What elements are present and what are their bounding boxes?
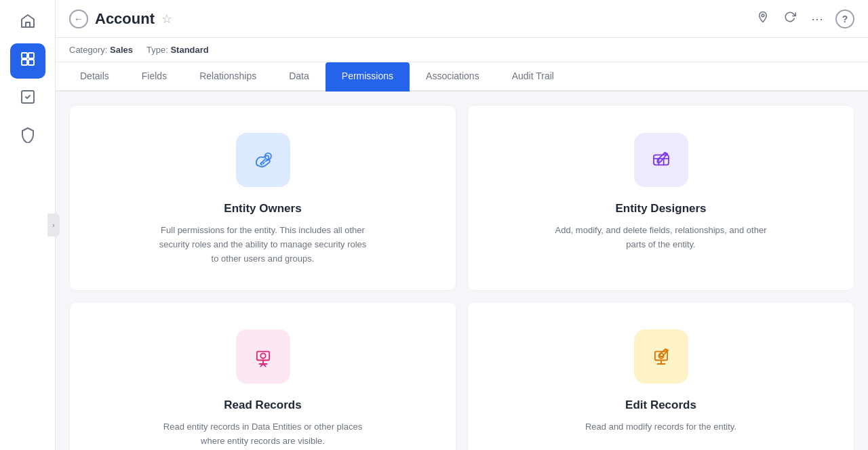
sidebar-item-entities[interactable] xyxy=(10,43,45,79)
sidebar-collapse-button[interactable]: › xyxy=(47,213,60,237)
grid-icon xyxy=(20,51,36,71)
location-icon[interactable] xyxy=(754,8,772,29)
type-label: Type: xyxy=(146,45,168,55)
header-right: ⋯ ? xyxy=(754,8,854,29)
main-content: ← Account ☆ ⋯ ? xyxy=(56,0,868,450)
tab-relationships[interactable]: Relationships xyxy=(183,62,273,91)
entity-owners-card[interactable]: Entity Owners Full permissions for the e… xyxy=(69,105,456,291)
sidebar-item-security[interactable] xyxy=(10,119,45,155)
chevron-right-icon: › xyxy=(52,222,54,229)
page-header: ← Account ☆ ⋯ ? xyxy=(56,0,868,38)
edit-records-title: Edit Records xyxy=(625,398,696,412)
sidebar-item-home[interactable] xyxy=(10,5,45,41)
tab-fields[interactable]: Fields xyxy=(125,62,183,91)
svg-rect-3 xyxy=(22,60,27,65)
edit-records-desc: Read and modify records for the entity. xyxy=(585,420,736,434)
read-records-desc: Read entity records in Data Entities or … xyxy=(155,420,372,449)
read-records-card[interactable]: Read Records Read entity records in Data… xyxy=(69,302,456,450)
home-icon xyxy=(20,13,36,33)
more-options-icon[interactable]: ⋯ xyxy=(808,9,826,29)
shield-icon xyxy=(20,127,36,147)
svg-rect-13 xyxy=(646,145,676,175)
tab-associations[interactable]: Associations xyxy=(410,62,496,91)
svg-line-11 xyxy=(260,164,262,165)
tabs-bar: Details Fields Relationships Data Permis… xyxy=(56,62,868,91)
entity-owners-title: Entity Owners xyxy=(224,202,301,216)
back-button[interactable]: ← xyxy=(69,9,88,28)
entity-designers-card[interactable]: Entity Designers Add, modify, and delete… xyxy=(467,105,854,291)
sidebar-item-tasks[interactable] xyxy=(10,81,45,117)
svg-rect-7 xyxy=(248,145,278,175)
edit-records-icon-wrap xyxy=(634,329,688,384)
category-value: Sales xyxy=(110,45,133,55)
page-title: Account xyxy=(95,10,155,28)
header-left: ← Account ☆ xyxy=(69,9,172,28)
entity-designers-title: Entity Designers xyxy=(615,202,706,216)
refresh-icon[interactable] xyxy=(781,8,799,29)
back-arrow-icon: ← xyxy=(74,14,83,24)
entity-designers-desc: Add, modify, and delete fields, relation… xyxy=(553,224,770,252)
edit-records-card[interactable]: Edit Records Read and modify records for… xyxy=(467,302,854,450)
svg-rect-4 xyxy=(28,60,34,65)
tab-permissions[interactable]: Permissions xyxy=(326,62,410,91)
category-meta: Category: Sales xyxy=(69,45,133,55)
meta-row: Category: Sales Type: Standard xyxy=(56,38,868,62)
svg-rect-0 xyxy=(26,22,30,27)
read-records-title: Read Records xyxy=(224,398,301,412)
favorite-icon[interactable]: ☆ xyxy=(161,12,172,26)
svg-rect-2 xyxy=(28,53,34,58)
entity-owners-icon-wrap xyxy=(236,133,290,187)
svg-line-12 xyxy=(263,163,264,164)
tab-data[interactable]: Data xyxy=(273,62,326,91)
svg-rect-1 xyxy=(22,53,27,58)
help-button[interactable]: ? xyxy=(835,9,854,28)
entity-designers-icon-wrap xyxy=(634,133,688,187)
permissions-content: Entity Owners Full permissions for the e… xyxy=(56,91,868,450)
tab-audit-trail[interactable]: Audit Trail xyxy=(496,62,570,91)
category-label: Category: xyxy=(69,45,107,55)
help-label: ? xyxy=(842,14,848,24)
svg-rect-19 xyxy=(248,342,278,371)
type-value: Standard xyxy=(170,45,208,55)
svg-point-6 xyxy=(762,14,764,17)
read-records-icon-wrap xyxy=(236,329,290,384)
entity-owners-desc: Full permissions for the entity. This in… xyxy=(155,224,372,266)
check-icon xyxy=(20,89,36,109)
type-meta: Type: Standard xyxy=(146,45,209,55)
tab-details[interactable]: Details xyxy=(64,62,125,91)
